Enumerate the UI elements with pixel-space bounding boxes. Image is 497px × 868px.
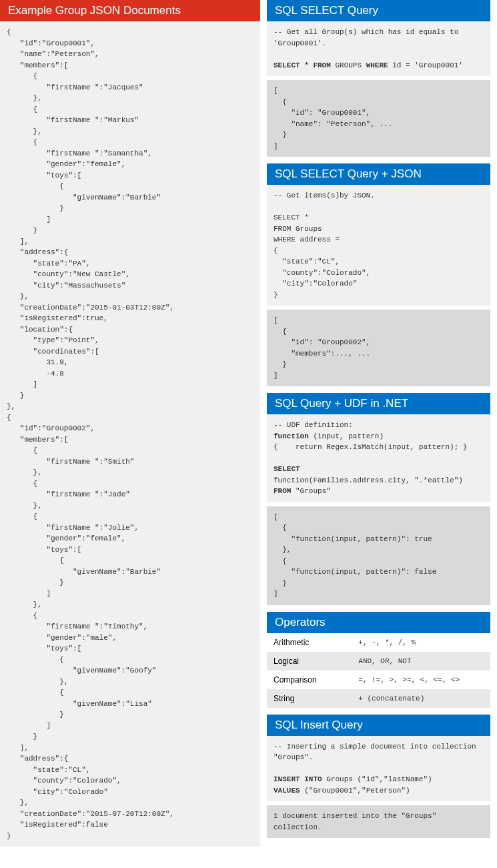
- selectjson-card: SQL SELECT Query + JSON -- Get items(s)b…: [267, 163, 490, 386]
- operators-table: Arithmetic+, -, *, /, % LogicalAND, OR, …: [267, 633, 490, 708]
- table-row: String+ (concatenate): [267, 689, 490, 708]
- selectjson-header: SQL SELECT Query + JSON: [267, 163, 490, 185]
- select-header: SQL SELECT Query: [267, 0, 490, 21]
- selectjson-result: [ { "id": "Group0002", "members":..., ..…: [267, 310, 490, 386]
- select-result: [ { "id": "Group0001", "name": "Peterson…: [267, 80, 490, 157]
- table-row: Arithmetic+, -, *, /, %: [267, 633, 490, 652]
- table-row: Comparison=, !=, >, >=, <, <=, <>: [267, 671, 490, 689]
- udf-header: SQL Query + UDF in .NET: [267, 393, 490, 414]
- udf-card: SQL Query + UDF in .NET -- UDF definitio…: [267, 393, 490, 605]
- select-card: SQL SELECT Query -- Get all Group(s) whi…: [267, 0, 490, 157]
- example-header: Example Group JSON Documents: [0, 0, 260, 21]
- insert-result: 1 document inserted into the "Groups" co…: [267, 805, 490, 838]
- select-query: -- Get all Group(s) which has id equals …: [267, 21, 490, 76]
- selectjson-query: -- Get items(s)by JSON. SELECT * FROM Gr…: [267, 185, 490, 306]
- udf-code: -- UDF definition: function (input, patt…: [267, 414, 490, 502]
- udf-result: [ { "function(input, pattern)": true }, …: [267, 506, 490, 605]
- insert-card: SQL Insert Query -- Inserting a simple d…: [267, 715, 490, 839]
- table-row: LogicalAND, OR, NOT: [267, 652, 490, 671]
- insert-header: SQL Insert Query: [267, 715, 490, 736]
- insert-query: -- Inserting a simple document into coll…: [267, 736, 490, 802]
- example-code: { "id":"Group0001", "name":"Peterson", "…: [0, 21, 260, 847]
- operators-header: Operators: [267, 612, 490, 633]
- operators-card: Operators Arithmetic+, -, *, /, % Logica…: [267, 612, 490, 708]
